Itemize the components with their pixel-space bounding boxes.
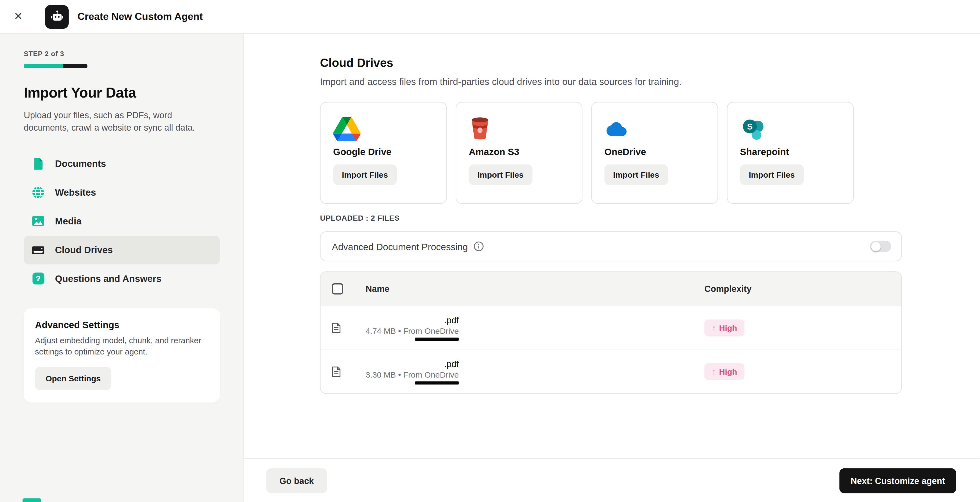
advanced-document-processing-row: Advanced Document Processing [320,231,902,261]
close-icon[interactable]: ✕ [14,10,31,23]
sidebar-item-media[interactable]: Media [24,207,220,236]
sharepoint-icon: S [740,114,841,144]
file-name-cell: .pdf 4.74 MB • From OneDrive [366,315,459,341]
globe-icon [32,186,45,199]
sidebar-item-label: Media [55,216,82,226]
file-icon [332,322,366,333]
next-customize-agent-button[interactable]: Next: Customize agent [840,468,956,493]
sidebar-item-label: Cloud Drives [55,245,113,255]
file-icon [332,366,366,377]
import-files-button-amazon-s3[interactable]: Import Files [469,164,533,185]
arrow-up-icon: ↑ [712,323,716,333]
page-subtitle: Import and access files from third-parti… [320,76,980,87]
uploaded-count-label: UPLOADED : 2 FILES [320,214,980,223]
sidebar-item-websites[interactable]: Websites [24,178,220,207]
table-row: .pdf 3.30 MB • From OneDrive ↑ High [320,350,901,394]
redaction-bar [415,338,459,341]
provider-name: Sharepoint [740,146,841,157]
provider-name: Google Drive [333,146,434,157]
import-files-button-google-drive[interactable]: Import Files [333,164,397,185]
page-title: Cloud Drives [320,56,980,70]
complexity-badge: ↑ High [705,363,745,380]
provider-card-amazon-s3: Amazon S3 Import Files [456,102,582,204]
file-extension: .pdf [444,359,458,369]
redaction-bar [415,381,459,384]
column-header-complexity: Complexity [705,284,901,294]
question-icon: ? [32,273,45,285]
sidebar: STEP 2 of 3 Import Your Data Upload your… [0,34,243,502]
provider-name: Amazon S3 [469,146,570,157]
complexity-value: High [719,367,737,376]
progress-bar [24,64,87,68]
table-header: Name Complexity [320,272,901,306]
sidebar-item-label: Documents [55,158,106,169]
sidebar-item-questions-answers[interactable]: ? Questions and Answers [24,264,220,293]
table-row: .pdf 4.74 MB • From OneDrive ↑ High [320,306,901,350]
provider-name: OneDrive [605,146,705,157]
sidebar-item-label: Websites [55,187,96,198]
robot-icon [45,5,69,28]
modal-title: Create New Custom Agent [77,11,202,22]
sidebar-description: Upload your files, such as PDFs, word do… [24,109,219,134]
document-icon [32,157,45,170]
advanced-settings-title: Advanced Settings [35,319,209,330]
complexity-value: High [719,323,737,333]
complexity-badge: ↑ High [705,320,745,336]
import-files-button-onedrive[interactable]: Import Files [605,164,668,185]
viewport: ✕ Create New Custom Agent STEP 2 of 3 Im… [0,0,980,502]
data-source-nav: Documents Websites Media [24,149,220,293]
arrow-up-icon: ↑ [712,367,716,376]
file-extension: .pdf [444,315,458,325]
info-icon[interactable] [474,241,484,251]
step-indicator: STEP 2 of 3 [24,50,219,57]
open-settings-button[interactable]: Open Settings [35,367,111,390]
google-drive-icon [333,114,434,144]
amazon-s3-icon [469,114,570,144]
go-back-button[interactable]: Go back [266,468,327,493]
sidebar-item-documents[interactable]: Documents [24,149,220,178]
sidebar-item-label: Questions and Answers [55,273,161,284]
top-bar: ✕ Create New Custom Agent [0,0,980,34]
progress-bar-fill [24,64,63,68]
column-header-name: Name [366,284,705,294]
wizard-footer: Go back Next: Customize agent [243,458,980,502]
sidebar-item-cloud-drives[interactable]: Cloud Drives [24,236,220,264]
advanced-settings-description: Adjust embedding model, chunk, and reran… [35,335,209,359]
advanced-processing-toggle[interactable] [870,241,891,252]
sidebar-title: Import Your Data [24,84,219,101]
provider-card-onedrive: OneDrive Import Files [591,102,718,204]
select-all-checkbox[interactable] [332,283,343,295]
media-icon [32,216,45,226]
file-meta: 4.74 MB • From OneDrive [366,326,459,336]
advanced-document-processing-label: Advanced Document Processing [332,241,468,252]
uploaded-files-table: Name Complexity .pdf 4.74 MB • From OneD… [320,271,902,394]
create-agent-modal: ✕ Create New Custom Agent STEP 2 of 3 Im… [0,0,980,502]
content-row: STEP 2 of 3 Import Your Data Upload your… [0,34,980,502]
provider-card-google-drive: Google Drive Import Files [320,102,447,204]
file-name-cell: .pdf 3.30 MB • From OneDrive [366,359,459,384]
svg-text:S: S [747,121,753,131]
main-content: Cloud Drives Import and access files fro… [243,34,980,502]
advanced-settings-card: Advanced Settings Adjust embedding model… [24,308,220,403]
cloud-provider-cards: Google Drive Import Files Amazon S3 Impo… [320,102,980,204]
provider-card-sharepoint: S Sharepoint Import Files [727,102,854,204]
sidebar-accent-bar [22,498,41,502]
import-files-button-sharepoint[interactable]: Import Files [740,164,804,185]
onedrive-icon [605,114,705,144]
file-meta: 3.30 MB • From OneDrive [366,370,459,379]
hard-drive-icon [32,244,45,256]
